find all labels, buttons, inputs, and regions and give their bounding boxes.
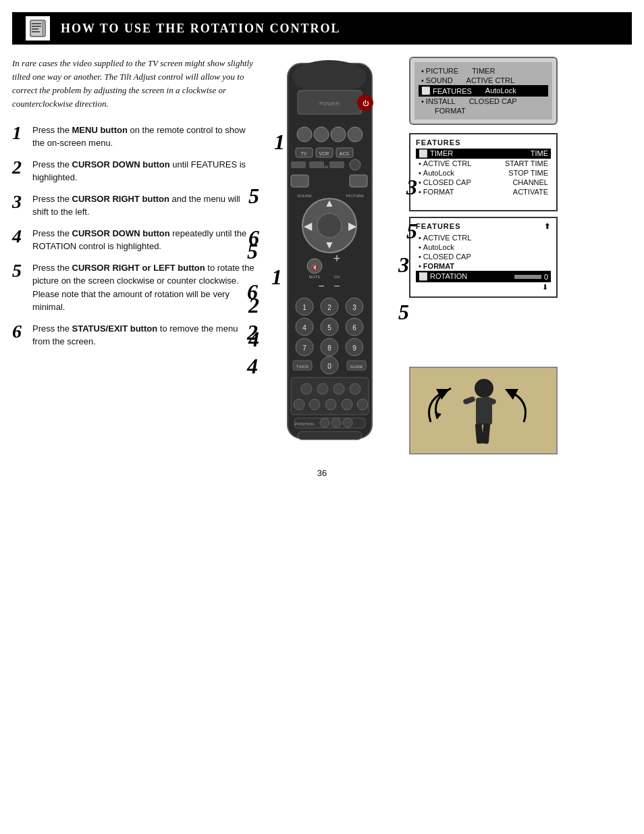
step-5-number: 5 [12,261,27,280]
label-activate: ACTIVATE [513,188,548,196]
svg-text:0: 0 [327,363,331,370]
label-stoptime: STOP TIME [508,169,548,177]
svg-rect-24 [291,161,306,168]
label-starttime: START TIME [505,159,548,167]
left-column: In rare cases the video supplied to the … [12,57,255,454]
svg-point-74 [301,384,312,394]
svg-text:CH: CH [334,275,340,279]
tv-menu: • PICTURE TIMER •SOUND ACTIVE CTRL [414,62,552,120]
step-3-text: Press the CURSOR RIGHT button and the me… [32,192,255,219]
step-6-badge: 6 [247,280,258,305]
svg-point-87 [343,418,352,427]
svg-text:2: 2 [327,304,331,311]
features2-item-closedcap: •CLOSED CAP [416,252,551,261]
step-6-text: Press the STATUS/EXIT button to remove t… [32,322,255,348]
svg-point-37 [317,213,342,238]
svg-text:5: 5 [327,324,331,332]
label-format: FORMAT [435,107,466,115]
svg-text:−: − [333,280,340,292]
label-autolock2: AutoLock [423,169,454,177]
svg-point-27 [350,159,360,170]
bullet-picture: • [421,67,424,75]
svg-text:GUIDE: GUIDE [350,365,363,369]
label-features: FEATURES [433,87,472,95]
step-3-number: 3 [12,192,27,211]
rotation-illustration [409,367,558,454]
svg-point-80 [325,399,336,410]
svg-text:POSITION: POSITION [295,422,315,426]
features-item-active-ctrl: •ACTIVE CTRL START TIME [416,159,551,168]
svg-text:TV/CR: TV/CR [296,365,309,369]
label-format2: FORMAT [423,188,454,196]
page-header: How to Use the Rotation Control [12,12,632,45]
label-channel: CHANNEL [512,178,548,186]
features2-item-rotation-highlighted: ⬜ROTATION 0 [416,271,551,282]
svg-rect-33 [350,175,367,187]
page-title: How to Use the Rotation Control [61,22,341,36]
step-5-badge-b: 5 [398,300,409,325]
svg-text:▶: ▶ [348,220,357,232]
features-panel-1: FEATURES ⬜TIMER TIME •ACTIVE CTRL START … [409,133,558,211]
svg-text:9: 9 [352,344,356,352]
step-5-badge: 5 [247,239,258,264]
features-item-empty [416,197,551,206]
svg-rect-88 [298,432,362,440]
features-updown: ⬆ [544,222,551,231]
features-item-timer-highlighted: ⬜TIMER TIME [416,149,551,159]
step-1: 1 Press the MENU button on the remote co… [12,124,255,150]
label-closed-cap: CLOSED CAP [469,97,517,105]
label-closedcap3: CLOSED CAP [423,253,471,261]
step-5: 5 Press the CURSOR RIGHT or LEFT button … [12,261,255,314]
svg-text:TV: TV [301,151,307,156]
svg-text:SOUND: SOUND [297,194,312,198]
tv-menu-row-features-highlighted: ⬜FEATURES AutoLock [419,85,548,97]
svg-rect-3 [32,28,38,30]
label-format3: FORMAT [423,262,454,270]
svg-point-15 [348,127,363,142]
step-3-badge: 3 [398,253,409,278]
svg-text:8: 8 [327,344,331,352]
step-1-number: 1 [12,124,27,142]
steps-list: 1 Press the MENU button on the remote co… [12,124,255,348]
step-1-badge-b: 1 [271,265,282,290]
svg-rect-25 [309,161,324,168]
step-3-remote-badge: 3 [406,175,417,200]
features2-item-down: ⬇ [416,282,551,292]
label-time: TIME [531,149,548,158]
step-5-remote-badge-r: 5 [406,219,417,244]
svg-text:−: − [318,280,324,292]
label-sound: SOUND [426,76,453,84]
svg-point-86 [331,418,341,427]
label-picture: PICTURE [426,67,458,75]
svg-point-78 [294,399,304,410]
step-4-number: 4 [12,227,27,246]
label-rotation: ROTATION [430,272,467,280]
tv-screen-panel: • PICTURE TIMER •SOUND ACTIVE CTRL [409,57,558,125]
tv-menu-row-1: • PICTURE TIMER [419,66,548,76]
svg-text:◀: ◀ [304,220,313,232]
svg-point-82 [357,399,368,410]
svg-point-7 [292,60,367,94]
svg-point-79 [309,399,320,410]
svg-point-12 [297,127,312,142]
svg-rect-4 [32,31,40,32]
rotation-svg [410,368,558,454]
svg-text:VCR: VCR [319,151,329,156]
svg-text:3: 3 [352,304,356,311]
svg-text:ACS: ACS [340,151,350,156]
tv-menu-row-format: FORMAT [419,106,548,115]
svg-point-75 [317,384,328,394]
features2-item-autolock: •AutoLock [416,242,551,252]
step-1-text: Press the MENU button on the remote cont… [32,124,255,150]
svg-text:1: 1 [302,304,306,311]
header-icon [26,16,50,41]
tv-menu-row-install: •INSTALL CLOSED CAP [419,97,548,106]
label-autolock3: AutoLock [423,243,454,251]
features-panel-2: FEATURES ⬆ •ACTIVE CTRL •AutoLock •CLOSE… [409,217,558,298]
svg-point-13 [314,127,329,142]
step-6-number: 6 [12,322,27,341]
svg-text:POWER: POWER [319,101,340,107]
svg-point-81 [342,399,352,410]
features-title-2-label: FEATURES [416,222,460,231]
step-2-badge-b: 2 [247,320,258,345]
